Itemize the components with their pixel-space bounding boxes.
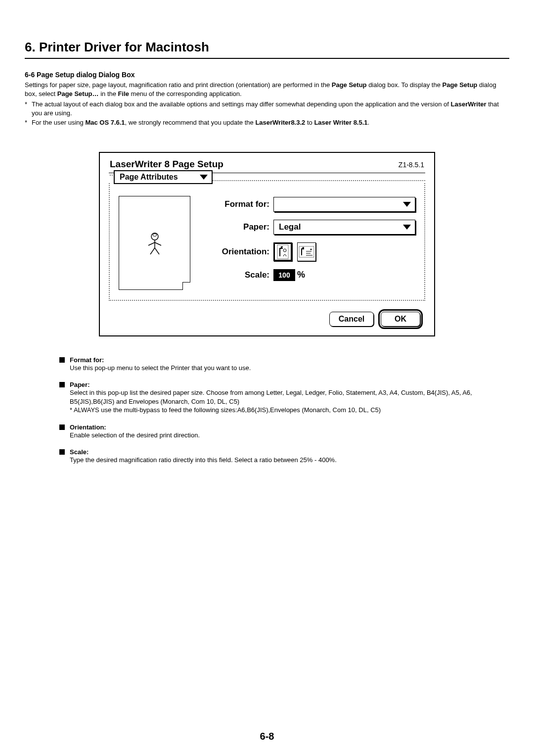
page-number: 6-8: [260, 731, 274, 742]
page-attributes-panel: Format for: Paper: Legal Orientation:: [109, 183, 425, 301]
definition-body: Type the desired magnification ratio dir…: [59, 456, 499, 465]
definition-title: Scale:: [70, 448, 89, 456]
definition-body: Select in this pop-up list the desired p…: [59, 388, 499, 415]
note-bold: LaserWriter8.3.2: [255, 119, 305, 126]
note-text: For the user using: [32, 119, 85, 126]
note-text: .: [368, 119, 370, 126]
orientation-landscape-button[interactable]: [297, 242, 316, 261]
orientation-portrait-button[interactable]: [273, 242, 292, 261]
ok-button[interactable]: OK: [381, 312, 420, 327]
intro-paragraph: Settings for paper size, page layout, ma…: [25, 81, 509, 98]
definition-item: Paper: Select in this pop-up list the de…: [59, 381, 499, 415]
chevron-down-icon: [200, 175, 208, 180]
definition-item: Orientation: Enable selection of the des…: [59, 424, 499, 440]
intro-text: in the: [99, 90, 118, 97]
paper-label: Paper:: [204, 222, 273, 232]
note-bold: LaserWriter: [451, 100, 487, 108]
landscape-icon: [299, 245, 314, 258]
definition-title: Orientation:: [70, 424, 106, 431]
page-preview: [119, 196, 190, 290]
section-title: 6-6 Page Setup dialog Dialog Box: [25, 71, 509, 79]
svg-point-5: [311, 248, 312, 250]
format-for-popup[interactable]: [273, 197, 415, 212]
svg-point-1: [153, 234, 157, 236]
dialog-version: Z1-8.5.1: [399, 161, 424, 169]
intro-bold: File: [118, 90, 129, 97]
scale-label: Scale:: [204, 270, 273, 280]
section-popup[interactable]: Page Attributes: [114, 170, 213, 184]
definition-title: Format for:: [70, 356, 104, 364]
definition-item: Scale: Type the desired magnification ra…: [59, 448, 499, 465]
definition-body: Use this pop-up menu to select the Print…: [59, 364, 499, 373]
format-for-label: Format for:: [204, 199, 273, 209]
definition-body: Enable selection of the desired print di…: [59, 431, 499, 440]
person-icon: [142, 231, 167, 255]
field-definitions: Format for: Use this pop-up menu to sele…: [25, 356, 509, 465]
chevron-down-icon: [403, 225, 411, 230]
square-bullet-icon: [59, 449, 65, 455]
square-bullet-icon: [59, 357, 65, 363]
footnote-2: * For the user using Mac OS 7.6.1, we st…: [25, 118, 509, 127]
asterisk-icon: *: [25, 100, 32, 117]
intro-text: menu of the corresponding application.: [129, 90, 242, 97]
note-text: The actual layout of each dialog box and…: [32, 100, 451, 108]
note-text: to: [305, 119, 314, 126]
intro-bold: Page Setup…: [57, 90, 99, 97]
paper-popup[interactable]: Legal: [273, 220, 415, 235]
intro-text: dialog box. To display the: [367, 81, 443, 89]
portrait-icon: [276, 244, 289, 259]
definition-title: Paper:: [70, 381, 89, 388]
paper-value: Legal: [279, 222, 301, 232]
chapter-title: 6. Printer Driver for Macintosh: [25, 40, 509, 59]
orientation-label: Orientation:: [204, 247, 273, 257]
scale-suffix: %: [297, 270, 305, 280]
page-setup-dialog: LaserWriter 8 Page Setup Z1-8.5.1 Page A…: [99, 152, 435, 336]
chevron-down-icon: [403, 202, 411, 207]
intro-text: Settings for paper size, page layout, ma…: [25, 81, 332, 89]
dotted-divider: [213, 180, 425, 181]
note-text: , we strongly recommend that you update …: [125, 119, 256, 126]
definition-item: Format for: Use this pop-up menu to sele…: [59, 356, 499, 373]
intro-bold: Page Setup: [443, 81, 478, 89]
asterisk-icon: *: [25, 118, 32, 127]
note-bold: Laser Writer 8.5.1: [314, 119, 367, 126]
dialog-title: LaserWriter 8 Page Setup: [110, 159, 223, 170]
note-bold: Mac OS 7.6.1: [85, 119, 125, 126]
square-bullet-icon: [59, 382, 65, 387]
scale-input[interactable]: 100: [273, 269, 295, 281]
svg-point-3: [283, 249, 286, 252]
dogear-icon: [182, 282, 190, 290]
section-popup-label: Page Attributes: [120, 173, 178, 182]
footnote-1: * The actual layout of each dialog box a…: [25, 100, 509, 117]
intro-bold: Page Setup: [332, 81, 367, 89]
square-bullet-icon: [59, 425, 65, 430]
cancel-button[interactable]: Cancel: [329, 312, 374, 327]
